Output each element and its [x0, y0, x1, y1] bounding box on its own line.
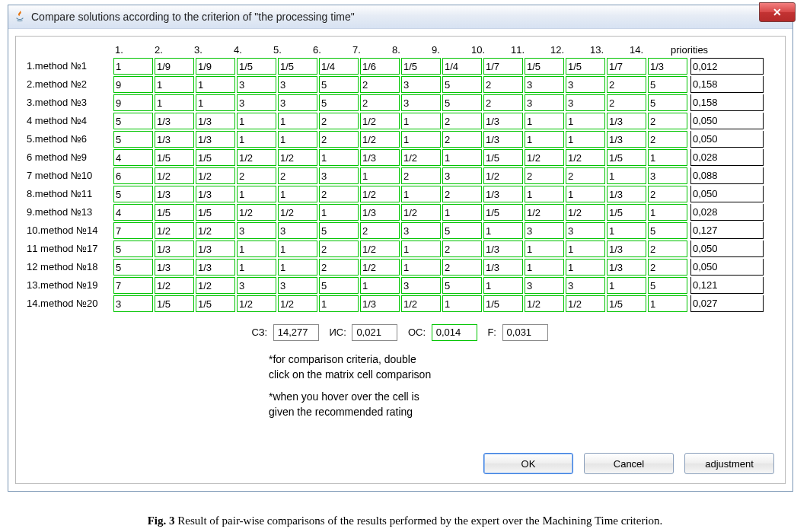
matrix-cell[interactable]: 3 — [401, 222, 441, 239]
matrix-cell[interactable]: 1 — [196, 94, 235, 111]
matrix-cell[interactable]: 1 — [401, 186, 441, 202]
matrix-cell[interactable]: 1 — [525, 259, 564, 276]
matrix-cell[interactable]: 1 — [401, 241, 441, 257]
matrix-cell[interactable]: 1 — [237, 131, 276, 148]
matrix-cell[interactable]: 1/3 — [483, 131, 523, 148]
matrix-cell[interactable]: 1 — [278, 259, 317, 276]
matrix-cell[interactable]: 3 — [319, 167, 359, 184]
matrix-cell[interactable]: 1/5 — [483, 149, 523, 166]
matrix-cell[interactable]: 1 — [155, 94, 194, 111]
matrix-cell[interactable]: 1/5 — [483, 204, 523, 221]
matrix-cell[interactable]: 1 — [607, 277, 646, 294]
matrix-cell[interactable]: 2 — [648, 259, 687, 276]
matrix-cell[interactable]: 5 — [319, 76, 359, 93]
matrix-cell[interactable]: 1 — [607, 167, 646, 184]
matrix-cell[interactable]: 1/2 — [566, 204, 605, 221]
matrix-cell[interactable]: 1/3 — [607, 259, 646, 276]
matrix-cell[interactable]: 1/2 — [483, 167, 523, 184]
matrix-cell[interactable]: 1/2 — [566, 295, 605, 312]
matrix-cell[interactable]: 1 — [442, 204, 482, 221]
matrix-cell[interactable]: 1 — [319, 149, 359, 166]
matrix-cell[interactable]: 2 — [607, 94, 646, 111]
matrix-cell[interactable]: 1/5 — [607, 295, 646, 312]
matrix-cell[interactable]: 5 — [648, 94, 687, 111]
matrix-cell[interactable]: 1/5 — [566, 58, 605, 75]
matrix-cell[interactable]: 5 — [319, 222, 359, 239]
matrix-cell[interactable]: 1/3 — [196, 259, 235, 276]
matrix-cell[interactable]: 1/2 — [360, 131, 400, 148]
matrix-cell[interactable]: 2 — [278, 167, 317, 184]
matrix-cell[interactable]: 2 — [648, 186, 687, 202]
matrix-cell[interactable]: 3 — [442, 167, 482, 184]
matrix-cell[interactable]: 1/2 — [196, 167, 235, 184]
matrix-cell[interactable]: 3 — [237, 94, 276, 111]
matrix-cell[interactable]: 1 — [360, 277, 400, 294]
matrix-cell[interactable]: 1/3 — [607, 186, 646, 202]
matrix-cell[interactable]: 2 — [319, 241, 359, 257]
matrix-cell[interactable]: 5 — [442, 94, 482, 111]
matrix-cell[interactable]: 1 — [442, 295, 482, 312]
matrix-cell[interactable]: 1 — [196, 76, 235, 93]
matrix-cell[interactable]: 1/3 — [607, 131, 646, 148]
matrix-cell[interactable]: 1/9 — [196, 58, 235, 75]
matrix-cell[interactable]: 1/2 — [525, 295, 564, 312]
matrix-cell[interactable]: 1/2 — [237, 295, 276, 312]
matrix-cell[interactable]: 5 — [648, 76, 687, 93]
matrix-cell[interactable]: 1/3 — [155, 186, 194, 202]
matrix-cell[interactable]: 1/7 — [607, 58, 646, 75]
matrix-cell[interactable]: 3 — [566, 94, 605, 111]
matrix-cell[interactable]: 2 — [648, 241, 687, 257]
matrix-cell[interactable]: 1/2 — [360, 259, 400, 276]
matrix-cell[interactable]: 1 — [278, 241, 317, 257]
matrix-cell[interactable]: 1 — [237, 241, 276, 257]
matrix-cell[interactable]: 3 — [566, 76, 605, 93]
matrix-cell[interactable]: 1 — [278, 113, 317, 129]
matrix-cell[interactable]: 1 — [401, 259, 441, 276]
matrix-cell[interactable]: 1/2 — [155, 167, 194, 184]
matrix-cell[interactable]: 2 — [442, 241, 482, 257]
matrix-cell[interactable]: 9 — [113, 76, 153, 93]
matrix-cell[interactable]: 1 — [566, 131, 605, 148]
matrix-cell[interactable]: 1 — [566, 113, 605, 129]
matrix-cell[interactable]: 1/2 — [525, 149, 564, 166]
matrix-cell[interactable]: 3 — [525, 277, 564, 294]
matrix-cell[interactable]: 1/2 — [360, 241, 400, 257]
matrix-cell[interactable]: 2 — [401, 167, 441, 184]
matrix-cell[interactable]: 3 — [237, 222, 276, 239]
matrix-cell[interactable]: 6 — [113, 167, 153, 184]
matrix-cell[interactable]: 1/3 — [196, 131, 235, 148]
matrix-cell[interactable]: 1/2 — [155, 277, 194, 294]
matrix-cell[interactable]: 1/5 — [155, 204, 194, 221]
matrix-cell[interactable]: 1 — [401, 131, 441, 148]
matrix-cell[interactable]: 1/2 — [360, 113, 400, 129]
matrix-cell[interactable]: 2 — [442, 131, 482, 148]
matrix-cell[interactable]: 1/5 — [483, 295, 523, 312]
matrix-cell[interactable]: 3 — [278, 94, 317, 111]
matrix-cell[interactable]: 1/3 — [607, 241, 646, 257]
matrix-cell[interactable]: 1/2 — [360, 186, 400, 202]
matrix-cell[interactable]: 2 — [483, 94, 523, 111]
matrix-cell[interactable]: 2 — [525, 167, 564, 184]
matrix-cell[interactable]: 5 — [319, 277, 359, 294]
matrix-cell[interactable]: 1 — [483, 277, 523, 294]
matrix-cell[interactable]: 1/2 — [237, 204, 276, 221]
matrix-cell[interactable]: 5 — [648, 277, 687, 294]
matrix-cell[interactable]: 1 — [237, 186, 276, 202]
matrix-cell[interactable]: 7 — [113, 222, 153, 239]
matrix-cell[interactable]: 5 — [319, 94, 359, 111]
matrix-cell[interactable]: 5 — [113, 113, 153, 129]
matrix-cell[interactable]: 3 — [237, 76, 276, 93]
matrix-cell[interactable]: 2 — [442, 113, 482, 129]
matrix-cell[interactable]: 1/3 — [360, 204, 400, 221]
matrix-cell[interactable]: 1/3 — [483, 113, 523, 129]
matrix-cell[interactable]: 2 — [648, 113, 687, 129]
matrix-cell[interactable]: 2 — [442, 186, 482, 202]
matrix-cell[interactable]: 1/3 — [196, 113, 235, 129]
matrix-cell[interactable]: 2 — [319, 113, 359, 129]
matrix-cell[interactable]: 1/2 — [278, 295, 317, 312]
matrix-cell[interactable]: 1 — [566, 241, 605, 257]
matrix-cell[interactable]: 5 — [113, 186, 153, 202]
matrix-cell[interactable]: 1/5 — [155, 149, 194, 166]
matrix-cell[interactable]: 1/4 — [319, 58, 359, 75]
matrix-cell[interactable]: 1/3 — [155, 241, 194, 257]
